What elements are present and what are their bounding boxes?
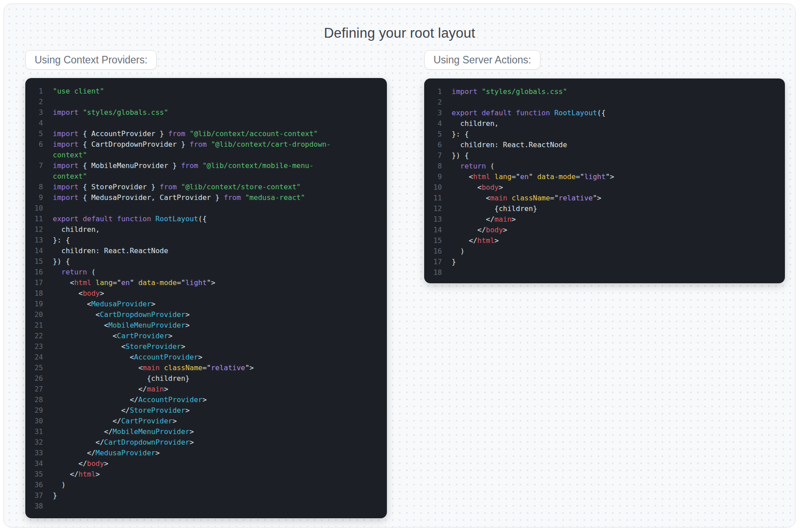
code-line: 13}: { [25,235,379,246]
code-line: 31 </MobileMenuProvider> [25,426,379,437]
code-token: =" [512,172,520,181]
code-token: main [147,385,164,393]
code-token: "> [207,278,215,287]
code-token [79,108,83,117]
code-text: ) [452,246,465,257]
code-text: <body> [53,288,104,299]
code-token: import [452,87,477,96]
code-token [198,161,203,170]
code-token: function [516,109,550,117]
code-text: children, [452,118,499,129]
code-line: 24 <AccountProvider> [25,352,379,363]
code-token: main [490,194,508,202]
code-text: </MobileMenuProvider> [53,426,194,437]
line-number: 13 [25,235,53,246]
code-token: < [53,353,134,361]
code-text: <CartDropdownProvider> [53,309,189,320]
line-number: 14 [424,225,452,235]
line-number: 13 [424,214,452,225]
code-text: } [53,490,57,501]
code-text: </CartProvider> [53,416,177,426]
code-token: ) [452,247,465,255]
code-text: <CartProvider> [53,331,173,341]
code-token: import [53,140,79,149]
line-number: 27 [25,384,53,395]
code-token: }) { [53,257,70,266]
code-text: context" [53,171,87,182]
code-token: function [117,215,151,223]
code-line: 36 ) [25,480,379,490]
code-text: }: { [452,129,469,140]
code-token: </ [53,427,113,436]
code-token: </ [53,417,121,425]
code-token: "use client" [53,87,104,95]
code-block-context-providers: 1"use client"23import "styles/globals.cs… [25,78,387,518]
code-token: import [53,108,79,117]
code-token: { MedusaProvider, CartProvider } [79,193,224,202]
code-line: 13 </main> [424,214,777,225]
code-token: data-mode [537,172,576,181]
code-token: "> [606,172,614,181]
code-text: </main> [53,384,168,395]
code-text: <main className="relative"> [53,363,254,373]
code-token: </ [53,406,130,415]
line-number: 10 [25,203,53,214]
code-line: 28 </AccountProvider> [25,395,379,405]
code-line: 4 children, [424,118,777,129]
code-token: > [202,395,207,404]
code-token [550,109,555,117]
code-token: < [452,194,490,202]
line-number: 15 [424,235,452,246]
code-line: 1"use client" [25,86,379,97]
code-token: > [512,215,516,223]
code-token: CartProvider [121,417,173,425]
code-text: "use client" [53,86,104,97]
code-line: 20 <CartDropdownProvider> [25,309,379,320]
code-token: } [452,258,456,266]
code-token [490,172,495,181]
code-token: main [494,215,512,223]
line-number: 20 [25,309,53,320]
code-line: 18 [424,267,777,278]
line-number [25,150,53,160]
code-line: 1import "styles/globals.css" [424,86,777,97]
code-line: 11 <main className="relative"> [424,193,777,203]
code-text: <StoreProvider> [53,341,185,352]
code-text: }) { [452,150,469,161]
code-token: > [181,342,185,351]
code-token [177,183,181,191]
code-token: {children} [452,204,537,213]
code-token: </ [53,459,87,468]
line-number: 36 [25,480,53,490]
code-token: > [100,289,104,297]
line-number: 34 [25,458,53,469]
code-text: return ( [53,267,95,278]
line-number: 29 [25,405,53,416]
code-token: from [168,129,185,138]
line-number: 10 [424,182,452,193]
code-text: </html> [452,235,499,246]
code-token [477,87,482,96]
code-token: =" [550,194,559,202]
code-line: 15 </html> [424,235,777,246]
code-text: import "styles/globals.css" [53,107,168,118]
code-token: relative [211,364,245,372]
line-number: 11 [424,193,452,203]
code-text: children: React.ReactNode [53,246,168,256]
code-token: > [189,438,194,446]
code-text: <html lang="en" data-mode="light"> [452,172,614,182]
code-token: { CartDropdownProvider } [79,140,189,149]
code-token: CartDropdownProvider [104,438,190,446]
code-text: </StoreProvider> [53,405,189,416]
line-number: 11 [25,214,53,224]
code-line: 33 </MedusaProvider> [25,448,379,458]
code-token: data-mode [138,278,177,287]
code-token: < [53,278,74,287]
code-line: 19 <MedusaProvider> [25,299,379,309]
code-text: export default function RootLayout({ [53,214,207,224]
line-number: 2 [424,97,452,108]
code-line: 21 <MobileMenuProvider> [25,320,379,331]
code-token: > [185,321,190,329]
code-token: < [452,183,481,192]
code-token: { StoreProvider } [79,183,160,191]
